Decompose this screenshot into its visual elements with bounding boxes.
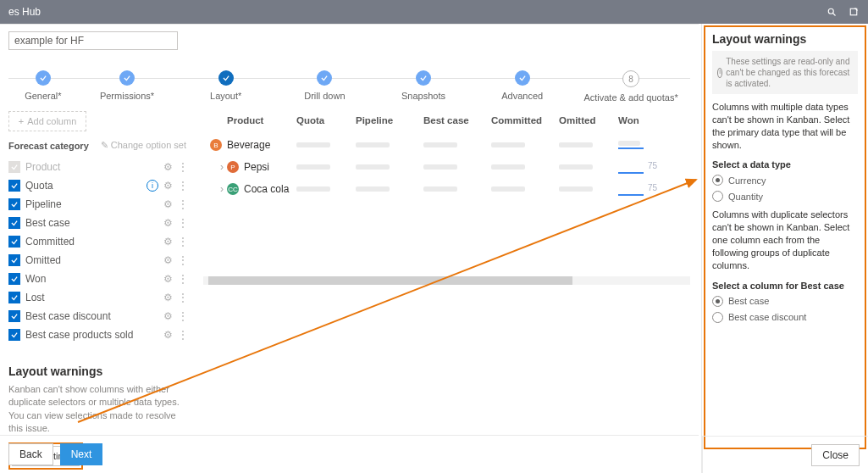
more-icon[interactable]: ⋮ (178, 161, 186, 173)
avatar: B (210, 139, 222, 151)
gear-icon[interactable]: ⚙ (163, 310, 173, 322)
gear-icon[interactable]: ⚙ (163, 254, 173, 266)
avatar: CC (227, 183, 239, 195)
step-drilldown[interactable]: Drill down (275, 70, 374, 101)
step-advanced[interactable]: Advanced (473, 70, 572, 101)
chevron-right-icon[interactable]: › (220, 161, 224, 173)
add-column-button[interactable]: +Add column (8, 111, 86, 131)
column-item-bestcase[interactable]: Best case ⚙ ⋮ (8, 214, 186, 232)
column-item-won[interactable]: Won ⚙ ⋮ (8, 270, 186, 288)
horizontal-scrollbar[interactable] (203, 276, 690, 285)
chevron-right-icon[interactable]: › (220, 183, 224, 195)
col-header-bestcase[interactable]: Best case (423, 115, 491, 125)
radio-quantity[interactable]: Quantity (712, 191, 858, 202)
step-snapshots[interactable]: Snapshots (374, 70, 473, 101)
step-activate[interactable]: 8 Activate & add quotas* (572, 70, 690, 103)
gear-icon[interactable]: ⚙ (163, 329, 173, 341)
gear-icon[interactable]: ⚙ (163, 273, 173, 285)
more-icon[interactable]: ⋮ (178, 329, 186, 341)
column-item-quota[interactable]: Quota i ⚙ ⋮ (8, 176, 186, 195)
step-general[interactable]: General* (8, 70, 78, 101)
col-header-product[interactable]: Product (203, 115, 296, 125)
col-header-omitted[interactable]: Omitted (559, 115, 618, 125)
checkbox-icon[interactable] (8, 217, 20, 229)
checkbox-icon[interactable] (8, 180, 20, 192)
column-item-pipeline[interactable]: Pipeline ⚙ ⋮ (8, 195, 186, 214)
gear-icon[interactable]: ⚙ (163, 217, 173, 229)
table-row[interactable]: › CC Coca cola 75 (203, 178, 690, 200)
radio-bestcase-discount[interactable]: Best case discount (712, 312, 858, 323)
info-icon: i (717, 68, 722, 78)
panel-footer: Close (702, 436, 868, 473)
radio-icon (712, 296, 723, 307)
wizard-footer: Back Next (0, 435, 699, 473)
col-header-pipeline[interactable]: Pipeline (356, 115, 423, 125)
more-icon[interactable]: ⋮ (178, 236, 186, 248)
gear-icon[interactable]: ⚙ (163, 236, 173, 248)
select-data-type-heading: Select a data type (712, 159, 858, 170)
radio-bestcase[interactable]: Best case (712, 296, 858, 307)
checkbox-icon[interactable] (8, 254, 20, 266)
panel-title: Layout warnings (712, 32, 858, 46)
more-icon[interactable]: ⋮ (178, 292, 186, 303)
panel-paragraph: Columns with duplicate selectors can't b… (712, 209, 858, 271)
checkbox-icon[interactable] (8, 198, 20, 210)
app-title-bar: es Hub (0, 0, 868, 24)
select-bestcase-heading: Select a column for Best case (712, 281, 858, 291)
step-layout[interactable]: Layout* (176, 70, 275, 101)
step-permissions[interactable]: Permissions* (78, 70, 177, 101)
col-header-quota[interactable]: Quota (296, 115, 356, 125)
next-button[interactable]: Next (60, 443, 103, 465)
table-row[interactable]: › P Pepsi 75 (203, 156, 690, 178)
app-title: es Hub (8, 6, 41, 18)
checkbox-icon[interactable] (8, 273, 20, 285)
change-option-set[interactable]: ✎ Change option set (101, 140, 186, 151)
more-icon[interactable]: ⋮ (178, 180, 186, 192)
layout-warnings-panel: Layout warnings i These settings are rea… (701, 24, 868, 473)
col-header-won[interactable]: Won (618, 115, 661, 125)
radio-icon (712, 175, 723, 186)
gear-icon[interactable]: ⚙ (163, 292, 173, 303)
search-icon[interactable] (826, 6, 838, 18)
preview-table: Product Quota Pipeline Best case Committ… (203, 108, 690, 470)
checkbox-icon[interactable] (8, 236, 20, 248)
layout-warnings-heading: Layout warnings (8, 364, 186, 378)
back-button[interactable]: Back (8, 443, 53, 465)
more-icon[interactable]: ⋮ (178, 310, 186, 322)
avatar: P (227, 161, 239, 173)
checkbox-icon[interactable] (8, 310, 20, 322)
more-icon[interactable]: ⋮ (178, 254, 186, 266)
svg-line-1 (833, 14, 836, 16)
row-label: Coca cola (244, 183, 289, 195)
close-button[interactable]: Close (811, 444, 860, 466)
info-icon[interactable]: i (147, 180, 158, 192)
col-header-committed[interactable]: Committed (491, 115, 559, 125)
row-label: Pepsi (244, 161, 269, 173)
column-item-omitted[interactable]: Omitted ⚙ ⋮ (8, 251, 186, 270)
column-item-lost[interactable]: Lost ⚙ ⋮ (8, 288, 186, 307)
forecast-name-input[interactable]: example for HF (8, 31, 178, 50)
gear-icon[interactable]: ⚙ (163, 198, 173, 210)
column-item-bestcase-products[interactable]: Best case products sold ⚙ ⋮ (8, 326, 186, 344)
column-item-product[interactable]: Product ⚙ ⋮ (8, 158, 186, 176)
svg-point-0 (828, 8, 833, 14)
gear-icon[interactable]: ⚙ (163, 161, 173, 173)
edit-icon[interactable] (848, 6, 860, 18)
checkbox-icon[interactable] (8, 161, 20, 173)
forecast-config-pane: example for HF General* Permissions* Lay… (0, 24, 699, 436)
radio-icon (712, 312, 723, 323)
radio-currency[interactable]: Currency (712, 175, 858, 186)
layout-warnings-text: Kanban can't show columns with either du… (8, 383, 186, 436)
gear-icon[interactable]: ⚙ (163, 180, 173, 192)
checkbox-icon[interactable] (8, 292, 20, 303)
column-item-bestcase-discount[interactable]: Best case discount ⚙ ⋮ (8, 307, 186, 326)
table-row[interactable]: B Beverage (203, 134, 690, 156)
panel-info-banner: i These settings are read-only and can't… (712, 51, 858, 94)
more-icon[interactable]: ⋮ (178, 217, 186, 229)
checkbox-icon[interactable] (8, 329, 20, 341)
more-icon[interactable]: ⋮ (178, 273, 186, 285)
wizard-stepper: General* Permissions* Layout* Drill down… (0, 55, 699, 108)
more-icon[interactable]: ⋮ (178, 198, 186, 210)
column-item-committed[interactable]: Committed ⚙ ⋮ (8, 232, 186, 251)
forecast-category-title: Forecast category (8, 141, 89, 151)
